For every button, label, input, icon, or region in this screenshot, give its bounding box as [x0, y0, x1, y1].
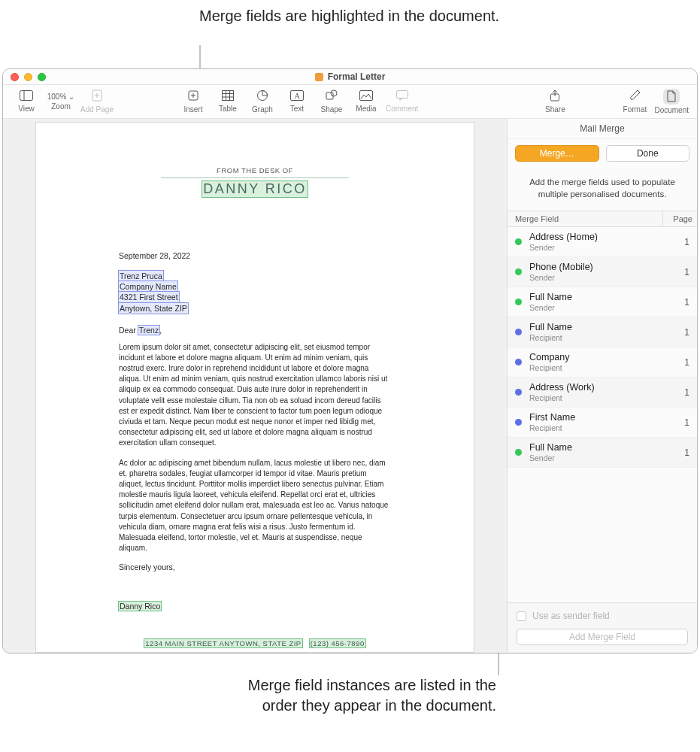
field-page: 1: [670, 387, 689, 398]
merge-field-footer-phone[interactable]: (123) 456-7890: [310, 639, 365, 647]
zoom-button[interactable]: 100% ⌄ Zoom: [44, 86, 78, 117]
merge-field-street[interactable]: 4321 First Street: [119, 292, 179, 302]
plus-page-icon: [92, 89, 102, 104]
merge-field-row[interactable]: Address (Work)Recipient1: [508, 378, 697, 408]
comment-label: Comment: [386, 105, 418, 113]
textbox-icon: A: [290, 90, 304, 103]
document-icon: [315, 73, 323, 81]
merge-field-row[interactable]: Phone (Mobile)Sender1: [508, 257, 697, 287]
field-name: Full Name: [529, 442, 670, 453]
add-merge-field-button: Add Merge Field: [517, 629, 688, 645]
merge-field-row[interactable]: Full NameRecipient1: [508, 317, 697, 347]
body-paragraph-2: Ac dolor ac adipiscing amet bibendum nul…: [119, 458, 391, 554]
sidebar-icon: [20, 90, 33, 103]
field-list: Address (Home)Sender1Phone (Mobile)Sende…: [508, 227, 697, 602]
field-role: Recipient: [529, 393, 670, 402]
panel-title: Mail Merge: [508, 119, 697, 139]
zoom-label: Zoom: [51, 102, 71, 111]
done-button[interactable]: Done: [606, 145, 690, 162]
merge-field-city-state[interactable]: Anytown, State ZIP: [119, 303, 188, 314]
text-label: Text: [290, 105, 304, 113]
table-label: Table: [219, 105, 237, 113]
from-desk-label: FROM THE DESK OF: [119, 166, 391, 174]
role-dot-icon: [515, 359, 522, 365]
add-page-label: Add Page: [80, 105, 114, 114]
column-header-field[interactable]: Merge Field: [508, 211, 662, 226]
panel-help-text: Add the merge fields used to populate mu…: [508, 168, 697, 211]
insert-button[interactable]: Insert: [176, 86, 211, 117]
field-page: 1: [670, 267, 689, 277]
merge-field-signature[interactable]: Danny Rico: [119, 602, 161, 611]
graph-label: Graph: [252, 105, 273, 114]
svg-point-19: [331, 90, 337, 96]
use-as-sender-checkbox: Use as sender field: [517, 611, 688, 621]
paintbrush-icon: [629, 89, 641, 104]
text-button[interactable]: A Text: [280, 86, 314, 117]
shape-button[interactable]: Shape: [314, 86, 349, 117]
letter-date: September 28, 2022: [119, 251, 391, 260]
use-as-sender-label: Use as sender field: [532, 611, 610, 621]
svg-rect-20: [359, 91, 372, 101]
pie-chart-icon: [256, 89, 268, 104]
column-header-page[interactable]: Page: [662, 211, 697, 226]
format-button[interactable]: Format: [617, 86, 652, 117]
merge-field-row[interactable]: Full NameSender1: [508, 287, 697, 317]
share-label: Share: [545, 105, 565, 114]
titlebar: Formal Letter: [3, 69, 697, 85]
close-window-button[interactable]: [11, 73, 19, 81]
merge-field-footer-address[interactable]: 1234 MAIN STREET ANYTOWN, STATE ZIP: [144, 639, 302, 647]
role-dot-icon: [515, 419, 522, 426]
merge-field-company[interactable]: Company Name: [119, 281, 177, 292]
window-title: Formal Letter: [328, 71, 386, 82]
add-page-button[interactable]: Add Page: [78, 86, 116, 117]
merge-field-row[interactable]: First NameRecipient1: [508, 408, 697, 438]
document-button[interactable]: Document: [652, 86, 691, 117]
merge-button[interactable]: Merge…: [515, 145, 599, 162]
svg-rect-2: [20, 91, 33, 101]
field-name: Company: [529, 352, 670, 362]
fullscreen-window-button[interactable]: [38, 73, 46, 81]
merge-field-sender-name[interactable]: DANNY RICO: [202, 181, 308, 197]
field-role: Sender: [529, 453, 670, 462]
mail-merge-panel: Mail Merge Merge… Done Add the merge fie…: [507, 119, 697, 653]
insert-icon: [187, 89, 199, 104]
graph-button[interactable]: Graph: [245, 86, 280, 117]
merge-field-row[interactable]: Address (Home)Sender1: [508, 227, 697, 257]
svg-text:A: A: [294, 92, 300, 100]
comment-icon: [396, 90, 408, 103]
document-label: Document: [654, 106, 689, 114]
toolbar: View 100% ⌄ Zoom Add Page Insert: [3, 85, 697, 119]
view-button[interactable]: View: [9, 86, 44, 117]
minimize-window-button[interactable]: [24, 73, 32, 81]
app-window: Formal Letter View 100% ⌄ Zoom Add Page: [2, 68, 698, 653]
recipient-address-block: Trenz Pruca Company Name 4321 First Stre…: [119, 271, 391, 314]
field-page: 1: [670, 327, 689, 338]
role-dot-icon: [515, 449, 522, 456]
field-page: 1: [670, 297, 689, 308]
document-canvas[interactable]: FROM THE DESK OF DANNY RICO September 28…: [3, 119, 507, 653]
field-role: Sender: [529, 303, 670, 312]
document-page: FROM THE DESK OF DANNY RICO September 28…: [35, 122, 474, 653]
media-label: Media: [356, 105, 376, 113]
document-footer: 1234 MAIN STREET ANYTOWN, STATE ZIP (123…: [36, 639, 474, 647]
merge-field-row[interactable]: CompanyRecipient1: [508, 347, 697, 378]
document-icon: [666, 92, 677, 105]
merge-field-row[interactable]: Full NameSender1: [508, 438, 697, 468]
insert-label: Insert: [183, 105, 202, 114]
closing: Sincerely yours,: [119, 562, 391, 572]
shape-label: Shape: [320, 105, 342, 114]
media-button[interactable]: Media: [349, 86, 383, 117]
header-rule: [161, 177, 349, 178]
svg-rect-10: [222, 91, 233, 101]
svg-rect-21: [396, 91, 408, 99]
field-name: Full Name: [529, 292, 670, 302]
share-icon: [550, 89, 560, 104]
share-button[interactable]: Share: [538, 86, 572, 117]
table-button[interactable]: Table: [211, 86, 245, 117]
field-role: Recipient: [529, 363, 670, 372]
field-page: 1: [670, 237, 689, 247]
merge-field-recipient-name[interactable]: Trenz Pruca: [119, 271, 163, 281]
comment-button[interactable]: Comment: [383, 86, 420, 117]
table-icon: [222, 90, 234, 103]
merge-field-first-name[interactable]: Trenz: [138, 326, 159, 335]
